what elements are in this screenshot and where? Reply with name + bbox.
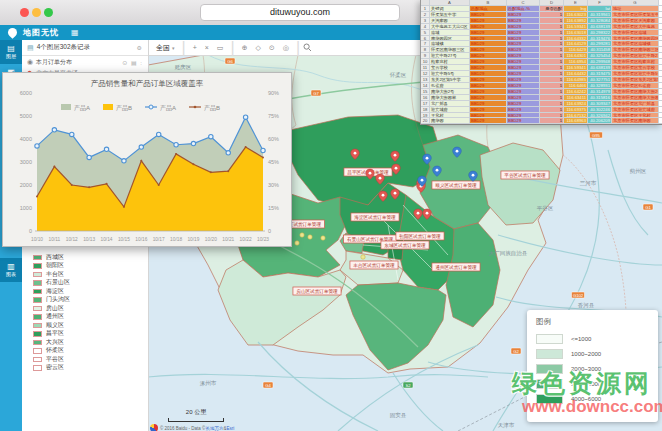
sheet-cell[interactable]: BBD29 xyxy=(470,107,507,112)
sheet-cell[interactable]: BBD29 xyxy=(507,95,540,100)
sheet-cell[interactable]: 12 xyxy=(421,71,430,76)
sheet-cell[interactable]: 15 xyxy=(421,89,430,94)
sheet-cell[interactable]: 14 xyxy=(421,83,430,88)
sheet-cell[interactable]: BBD29 xyxy=(470,41,507,46)
sheet-cell[interactable]: 北京市怀柔区北厂郊县 xyxy=(612,101,659,106)
pan-tool-icon[interactable]: + xyxy=(193,44,197,51)
sheet-cell[interactable]: 19 xyxy=(421,113,430,118)
district-list-item[interactable]: 平谷区 xyxy=(33,355,70,364)
clear-tool-icon[interactable]: × xyxy=(205,44,209,51)
sheet-cell[interactable]: 怀柔第五中学 xyxy=(430,12,470,17)
sheet-cell[interactable]: 40.327751 xyxy=(588,77,612,82)
sheet-cell[interactable]: BBD29 xyxy=(507,89,540,94)
sheet-cell[interactable]: 1 xyxy=(540,89,564,94)
sheet-cell[interactable]: 庙城镇 xyxy=(430,41,470,46)
sheet-cell[interactable]: 大中电器工大出C区 xyxy=(430,24,470,29)
sheet-cell[interactable]: 40.326942 xyxy=(588,113,612,118)
sheet-cell[interactable]: BBD29 xyxy=(507,18,540,23)
sheet-cell[interactable]: 40.302246 xyxy=(588,107,612,112)
sheet-cell[interactable]: 怀柔区南华园三区 xyxy=(430,47,470,52)
sheet-cell[interactable]: lat xyxy=(588,6,612,11)
sheet-cell[interactable]: 北京市怀柔区迎宾中路27号 xyxy=(612,53,659,58)
measure-tool-icon[interactable]: ⊙ xyxy=(269,44,275,52)
sheet-cell[interactable]: BBD29 xyxy=(507,53,540,58)
sheet-cell[interactable]: 116.6429 xyxy=(564,47,588,52)
sheet-cell[interactable]: 迎宾中路5号 xyxy=(430,71,470,76)
sheet-cell[interactable]: 1 xyxy=(540,12,564,17)
sheet-cell[interactable]: BBD29 xyxy=(470,65,507,70)
close-window-button[interactable] xyxy=(20,8,29,17)
url-bar[interactable]: dituwuyou.com xyxy=(200,4,400,21)
sheet-cell[interactable]: 13 xyxy=(421,77,430,82)
district-list-item[interactable]: 大兴区 xyxy=(33,338,70,347)
sheet-cell[interactable]: 116.63023 xyxy=(564,12,588,17)
sheet-cell[interactable]: 40.309347 xyxy=(588,101,612,106)
sheet-cell[interactable]: 40.638139 xyxy=(588,24,612,29)
sheet-cell[interactable]: 116.63411 xyxy=(564,95,588,100)
sheet-cell[interactable]: 40.315816 xyxy=(588,95,612,100)
sheet-cell[interactable]: 宝云学校 xyxy=(430,65,470,70)
sheet-cell[interactable]: BBD29 xyxy=(507,12,540,17)
sheet-cell[interactable]: 北厂郊县 xyxy=(430,101,470,106)
sheet-cell[interactable]: 1 xyxy=(421,6,430,11)
sheet-cell[interactable]: 116.64301 xyxy=(564,53,588,58)
sheet-cell[interactable]: 迎宾城府 xyxy=(430,107,470,112)
sheet-cell[interactable]: BBD29 xyxy=(507,71,540,76)
sheet-cell[interactable]: 40.299281 xyxy=(588,41,612,46)
sheet-cell[interactable]: BBD29 xyxy=(470,89,507,94)
sheet-cell[interactable]: BBD29 xyxy=(507,36,540,41)
sheet-cell[interactable]: 116.64985 xyxy=(564,77,588,82)
sheet-cell[interactable]: 40.325454 xyxy=(588,53,612,58)
chart-window[interactable]: 产品销售量和产品订单区域覆盖率 010002000300040005000600… xyxy=(2,72,292,247)
sheet-cell[interactable]: lng xyxy=(564,6,588,11)
district-list-item[interactable]: 西城区 xyxy=(33,253,70,262)
sheet-cell[interactable]: 迎宾中路27号 xyxy=(430,53,470,58)
sheet-cell[interactable]: G xyxy=(612,0,659,5)
search-icon[interactable] xyxy=(303,43,312,52)
sheet-cell[interactable]: 北京市怀柔区迎宾城府 xyxy=(612,107,659,112)
sheet-cell[interactable]: 116.6954 xyxy=(564,59,588,64)
sheet-cell[interactable]: BBD29 xyxy=(507,77,540,82)
sheet-cell[interactable]: 1 xyxy=(540,101,564,106)
sheet-cell[interactable]: 8 xyxy=(421,47,430,52)
sheet-cell[interactable]: 116.64432 xyxy=(564,71,588,76)
sheet-cell[interactable]: 南华大街园林 xyxy=(430,95,470,100)
sheet-cell[interactable]: A xyxy=(430,0,470,5)
sheet-cell[interactable]: 北京市怀柔区南华大街园林 xyxy=(612,95,659,100)
sheet-cell[interactable]: BBD29 xyxy=(470,118,507,123)
sheet-cell[interactable]: BBD29 xyxy=(470,30,507,35)
zoom-window-button[interactable] xyxy=(44,8,53,17)
sheet-cell[interactable]: BBD29 xyxy=(507,59,540,64)
sheet-cell[interactable]: D xyxy=(540,0,564,5)
sheet-cell[interactable]: 40.638139 xyxy=(588,65,612,70)
sheet-cell[interactable]: 1 xyxy=(540,118,564,123)
sheet-cell[interactable]: 40.319476 xyxy=(588,36,612,41)
sheet-cell[interactable]: 1 xyxy=(540,113,564,118)
sheet-cell[interactable]: 1 xyxy=(540,47,564,52)
sheet-cell[interactable]: 40.311458 xyxy=(588,47,612,52)
spreadsheet-window[interactable]: ABCDEFG1关键词匹配地点匹配地点-%是否匹配lnglat地址2怀柔第五中学… xyxy=(420,0,662,125)
sheet-cell[interactable]: 10 xyxy=(421,59,430,64)
sheet-cell[interactable]: 1 xyxy=(540,107,564,112)
sheet-cell[interactable]: 40.206209 xyxy=(588,118,612,123)
district-list-item[interactable]: 顺义区 xyxy=(33,321,70,330)
sheet-cell[interactable]: 南华园 xyxy=(430,118,470,123)
sheet-cell[interactable]: 天鸿家园 xyxy=(430,18,470,23)
sheet-cell[interactable]: 北京市怀柔区迎宾中路5号 xyxy=(612,71,659,76)
sheet-cell[interactable]: 5 xyxy=(421,30,430,35)
sheet-cell[interactable]: 1 xyxy=(540,24,564,29)
sheet-cell[interactable]: BBD29 xyxy=(507,113,540,118)
sheet-cell[interactable]: 18 xyxy=(421,107,430,112)
sheet-cell[interactable]: 116.68963 xyxy=(564,118,588,123)
sheet-cell[interactable]: 1 xyxy=(540,41,564,46)
sheet-cell[interactable]: BBD29 xyxy=(507,118,540,123)
sheet-cell[interactable]: 116.6466 xyxy=(564,83,588,88)
sheet-cell[interactable]: 匹配地点 xyxy=(470,6,507,11)
minimize-window-button[interactable] xyxy=(32,8,41,17)
sheet-cell[interactable]: 116.63018 xyxy=(564,30,588,35)
sheet-cell[interactable]: 北京市怀柔区南华园四区 xyxy=(612,36,659,41)
sheet-cell[interactable]: 11 xyxy=(421,65,430,70)
district-list-item[interactable]: 通州区 xyxy=(33,313,70,322)
rect-select-icon[interactable]: ▭ xyxy=(217,44,224,52)
sheet-cell[interactable]: BBD29 xyxy=(470,59,507,64)
